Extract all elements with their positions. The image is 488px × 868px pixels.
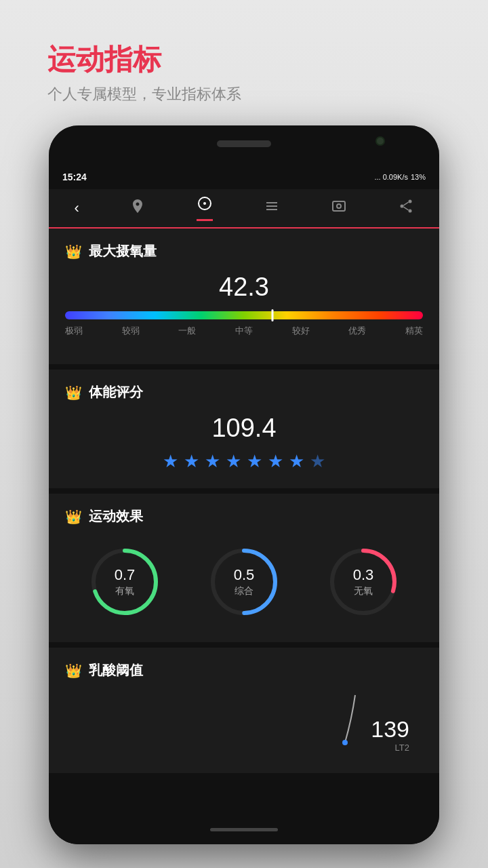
phone-content: 👑 最大摄氧量 42.3 极弱 较弱 一般 中等 较好 优秀 精英 (49, 229, 439, 844)
aerobic-circle-item: 0.7 有氧 (87, 545, 162, 619)
nav-bar: ‹ (49, 189, 439, 229)
crown-icon-effect: 👑 (65, 509, 82, 525)
exercise-effect-title: 运动效果 (89, 507, 143, 526)
lactate-value: 139 (371, 716, 409, 743)
stars-row: ★ ★ ★ ★ ★ ★ ★ ★ (65, 451, 423, 472)
aerobic-label: 0.7 有氧 (115, 566, 136, 597)
anaerobic-gauge: 0.3 无氧 (326, 545, 401, 619)
lactate-header: 👑 乳酸阈值 (65, 661, 423, 679)
svg-point-1 (203, 202, 206, 205)
lactate-section: 👑 乳酸阈值 139 LT2 (49, 648, 439, 773)
svg-point-8 (400, 205, 403, 208)
rainbow-bar-container: 极弱 较弱 一般 中等 较好 优秀 精英 (65, 311, 423, 337)
star-8: ★ (310, 451, 325, 472)
label-jiaohao: 较好 (292, 325, 310, 337)
lactate-chart: 139 LT2 (65, 692, 423, 753)
body-score-value: 109.4 (65, 414, 423, 443)
nav-photo-icon[interactable] (331, 198, 347, 218)
body-score-section: 👑 体能评分 109.4 ★ ★ ★ ★ ★ ★ ★ ★ (49, 370, 439, 488)
vo2max-title: 最大摄氧量 (89, 242, 157, 260)
vo2max-marker (272, 309, 274, 321)
battery-status: 13% (411, 173, 426, 181)
phone-frame: 15:24 ... 0.09K/s 13% ‹ (49, 125, 439, 844)
vo2max-section: 👑 最大摄氧量 42.3 极弱 较弱 一般 中等 较好 优秀 精英 (49, 229, 439, 364)
star-6: ★ (268, 451, 283, 472)
page-header: 运动指标 个人专属模型，专业指标体系 (47, 41, 241, 104)
aerobic-value: 0.7 (115, 566, 136, 584)
anaerobic-name: 无氧 (353, 585, 374, 597)
anaerobic-circle-item: 0.3 无氧 (326, 545, 401, 619)
phone-bottom (49, 814, 439, 844)
star-5: ★ (247, 451, 262, 472)
vo2max-header: 👑 最大摄氧量 (65, 242, 423, 260)
status-icons: ... 0.09K/s 13% (374, 173, 426, 181)
label-youxiu: 优秀 (348, 325, 366, 337)
svg-point-7 (408, 200, 411, 203)
comprehensive-gauge: 0.5 综合 (207, 545, 281, 619)
comprehensive-circle-item: 0.5 综合 (207, 545, 281, 619)
label-yiban: 一般 (178, 325, 196, 337)
page-subtitle: 个人专属模型，专业指标体系 (47, 84, 241, 104)
svg-point-9 (408, 210, 411, 213)
star-2: ★ (184, 451, 199, 472)
nav-share-icon[interactable] (398, 198, 414, 218)
label-jiaoruo: 较弱 (122, 325, 140, 337)
circles-row: 0.7 有氧 0.5 综合 (65, 538, 423, 626)
network-status: ... 0.09K/s (374, 173, 408, 181)
star-7: ★ (289, 451, 304, 472)
status-time: 15:24 (62, 172, 87, 182)
star-4: ★ (226, 451, 241, 472)
home-indicator (210, 828, 278, 831)
star-3: ★ (205, 451, 220, 472)
aerobic-name: 有氧 (115, 585, 136, 597)
body-score-title: 体能评分 (89, 383, 143, 401)
vo2max-value: 42.3 (65, 273, 423, 302)
rainbow-labels: 极弱 较弱 一般 中等 较好 优秀 精英 (65, 325, 423, 337)
anaerobic-label: 0.3 无氧 (353, 566, 374, 597)
crown-icon-score: 👑 (65, 384, 82, 401)
lactate-subtitle: LT2 (371, 743, 409, 753)
crown-icon-vo2max: 👑 (65, 243, 82, 260)
svg-point-6 (337, 204, 341, 208)
nav-map-icon[interactable] (129, 198, 146, 218)
rainbow-bar (65, 311, 423, 319)
exercise-effect-header: 👑 运动效果 (65, 507, 423, 526)
label-jiruo: 极弱 (65, 325, 83, 337)
anaerobic-value: 0.3 (353, 566, 374, 584)
label-zhongdeng: 中等 (235, 325, 253, 337)
back-button[interactable]: ‹ (74, 199, 79, 217)
crown-icon-lactate: 👑 (65, 663, 82, 679)
page-title: 运动指标 (47, 41, 241, 79)
star-1: ★ (163, 451, 178, 472)
lactate-title: 乳酸阈值 (89, 661, 143, 679)
bottom-spacer (49, 778, 439, 819)
comprehensive-name: 综合 (234, 585, 255, 597)
comprehensive-label: 0.5 综合 (234, 566, 255, 597)
nav-list-icon[interactable] (264, 198, 280, 218)
exercise-effect-section: 👑 运动效果 0.7 有氧 (49, 494, 439, 642)
aerobic-gauge: 0.7 有氧 (87, 545, 162, 619)
svg-line-10 (403, 202, 408, 205)
svg-point-18 (342, 740, 348, 745)
phone-camera (375, 136, 385, 146)
comprehensive-value: 0.5 (234, 566, 255, 584)
svg-rect-5 (333, 201, 345, 211)
lactate-curve (335, 692, 362, 746)
phone-speaker (217, 140, 271, 147)
status-bar: 15:24 ... 0.09K/s 13% (49, 165, 439, 189)
svg-line-11 (403, 207, 408, 210)
nav-metrics-icon[interactable] (197, 195, 213, 221)
label-jingying: 精英 (405, 325, 423, 337)
body-score-header: 👑 体能评分 (65, 383, 423, 401)
